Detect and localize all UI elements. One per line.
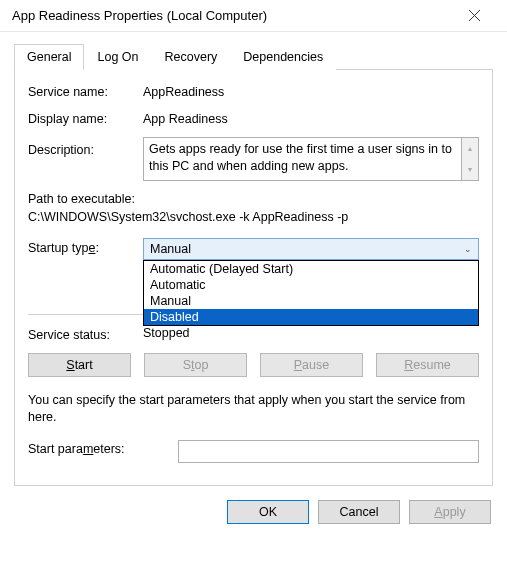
start-button[interactable]: Start — [28, 353, 131, 377]
path-value: C:\WINDOWS\System32\svchost.exe -k AppRe… — [28, 210, 479, 224]
title-bar: App Readiness Properties (Local Computer… — [0, 0, 507, 32]
startup-type-select[interactable]: Manual ⌄ — [143, 238, 479, 260]
dialog-footer: OK Cancel Apply — [0, 486, 507, 538]
tab-general[interactable]: General — [14, 44, 84, 70]
service-status-label: Service status: — [28, 326, 143, 342]
window-title: App Readiness Properties (Local Computer… — [12, 8, 267, 23]
display-name-value: App Readiness — [143, 110, 479, 126]
stop-button: Stop — [144, 353, 247, 377]
resume-button: Resume — [376, 353, 479, 377]
tab-log-on[interactable]: Log On — [84, 44, 151, 70]
scroll-down-icon[interactable]: ▾ — [462, 159, 478, 180]
apply-button: Apply — [409, 500, 491, 524]
path-label: Path to executable: — [28, 192, 479, 206]
description-textarea[interactable]: Gets apps ready for use the first time a… — [143, 137, 462, 181]
cancel-button[interactable]: Cancel — [318, 500, 400, 524]
startup-type-dropdown: Automatic (Delayed Start) Automatic Manu… — [143, 260, 479, 326]
description-scrollbar[interactable]: ▴ ▾ — [462, 137, 479, 181]
close-icon — [469, 10, 480, 21]
general-panel: Service name: AppReadiness Display name:… — [14, 70, 493, 486]
option-disabled[interactable]: Disabled — [144, 309, 478, 325]
tab-recovery[interactable]: Recovery — [152, 44, 231, 70]
option-manual[interactable]: Manual — [144, 293, 478, 309]
tab-dependencies[interactable]: Dependencies — [230, 44, 336, 70]
description-label: Description: — [28, 137, 143, 157]
service-name-value: AppReadiness — [143, 83, 479, 99]
startup-type-label: Startup type: — [28, 241, 99, 255]
display-name-label: Display name: — [28, 110, 143, 126]
tabs: General Log On Recovery Dependencies — [14, 43, 493, 70]
start-parameters-label: Start parameters: — [28, 440, 178, 456]
ok-button[interactable]: OK — [227, 500, 309, 524]
start-parameters-input[interactable] — [178, 440, 479, 463]
service-status-value: Stopped — [143, 326, 190, 342]
option-automatic[interactable]: Automatic — [144, 277, 478, 293]
startup-type-value: Manual — [150, 242, 191, 256]
parameters-note: You can specify the start parameters tha… — [28, 392, 479, 426]
close-button[interactable] — [452, 1, 497, 31]
service-name-label: Service name: — [28, 83, 143, 99]
scroll-up-icon[interactable]: ▴ — [462, 138, 478, 159]
chevron-down-icon: ⌄ — [464, 244, 472, 254]
option-automatic-delayed[interactable]: Automatic (Delayed Start) — [144, 261, 478, 277]
pause-button: Pause — [260, 353, 363, 377]
